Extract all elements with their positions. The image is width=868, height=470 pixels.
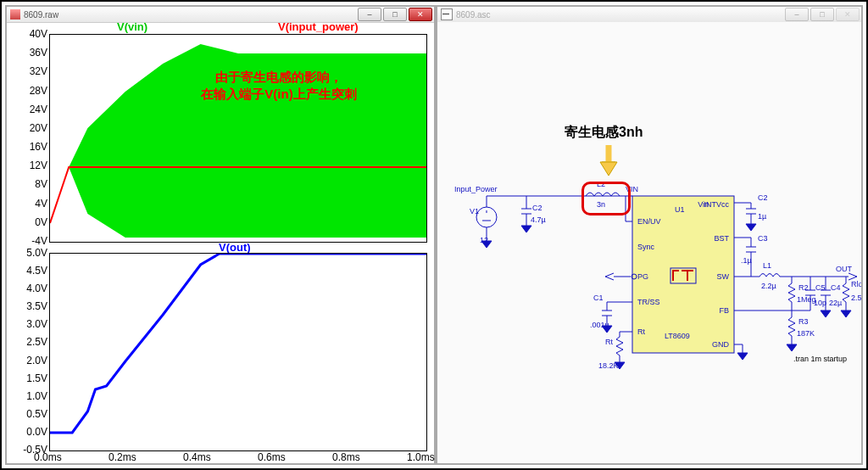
schematic-svg: Input_Power V1 12 C2 4.7µ L2 3n VIN U1 <box>437 22 861 463</box>
plot1-ytick: 24V <box>14 104 47 115</box>
svg-text:10p: 10p <box>814 299 826 307</box>
arrow-icon <box>598 145 619 179</box>
svg-text:TR/SS: TR/SS <box>637 298 660 306</box>
plot1-ytick: 12V <box>14 159 47 171</box>
svg-text:GND: GND <box>712 340 730 349</box>
svg-point-2 <box>476 207 497 227</box>
plot1-annotation: 由于寄生电感的影响，在输入端子V(in)上产生突刺 <box>152 69 406 102</box>
svg-text:2.5: 2.5 <box>851 294 861 302</box>
plot1-ytick: 32V <box>14 65 47 77</box>
plot1-trace1-label[interactable]: V(vin) <box>117 20 147 33</box>
plot2-ytick: 2.0V <box>14 355 47 366</box>
plot1-trace2-label[interactable]: V(input_power) <box>278 20 359 33</box>
plot1-ytick: 16V <box>14 141 47 153</box>
plot2-ytick: 0.5V <box>14 408 47 420</box>
svg-text:C2: C2 <box>532 204 542 212</box>
plot1-svg <box>50 35 426 242</box>
svg-text:.tran 1m startup: .tran 1m startup <box>793 355 847 363</box>
plot1-ytick: 40V <box>14 28 47 40</box>
plot2-ytick: 1.0V <box>14 390 47 402</box>
plot2-ytick: 3.0V <box>14 318 47 330</box>
svg-text:U1: U1 <box>675 205 685 214</box>
svg-text:Rload: Rload <box>851 280 861 288</box>
svg-text:18.2K: 18.2K <box>598 361 619 370</box>
plot2-ytick: 5.0V <box>14 247 47 259</box>
plot2-ytick: 4.5V <box>14 265 47 277</box>
plot2-svg <box>50 254 426 450</box>
svg-text:BST: BST <box>714 234 729 243</box>
plot2-trace-label[interactable]: V(out) <box>219 241 251 254</box>
plot-area: V(vin) V(input_power) 由于寄生电感的影响，在输入端子V(i… <box>7 22 434 463</box>
plot2-ytick: 4.0V <box>14 283 47 294</box>
plot1-ytick: 20V <box>14 122 47 134</box>
plot1-ytick: 28V <box>14 85 47 97</box>
svg-text:Sync: Sync <box>637 243 655 251</box>
highlight-box <box>581 182 631 215</box>
svg-text:SW: SW <box>717 272 730 281</box>
svg-text:V1: V1 <box>470 207 479 215</box>
right-pane: 8609.asc – □ ✕ 寄生电感3nh Input_Power V1 12 <box>436 5 863 465</box>
svg-text:OUT: OUT <box>836 265 853 273</box>
svg-text:C1: C1 <box>593 294 604 302</box>
svg-text:22µ: 22µ <box>829 299 842 307</box>
schematic-area[interactable]: 寄生电感3nh Input_Power V1 12 C2 4.7µ <box>437 22 861 463</box>
svg-text:Rt: Rt <box>637 327 645 336</box>
svg-text:Rt: Rt <box>605 338 613 346</box>
plot1-ytick: 36V <box>14 47 47 59</box>
plot2-ytick: 2.5V <box>14 336 47 348</box>
plot1-ytick: 4V <box>14 198 47 210</box>
close-button[interactable]: ✕ <box>409 8 432 21</box>
right-title: 8609.asc <box>456 10 491 20</box>
maximize-button[interactable]: □ <box>383 8 407 21</box>
svg-text:C2: C2 <box>758 193 768 202</box>
xtick: 0.8ms <box>332 451 360 463</box>
svg-text:C3: C3 <box>758 234 768 243</box>
svg-text:4.7µ: 4.7µ <box>531 215 546 224</box>
svg-text:.001µ: .001µ <box>590 321 609 329</box>
svg-text:FB: FB <box>719 306 729 315</box>
plot2-ytick: 1.5V <box>14 372 47 384</box>
right-titlebar[interactable]: 8609.asc – □ ✕ <box>437 7 861 23</box>
svg-text:187K: 187K <box>797 329 815 338</box>
svg-text:LT8609: LT8609 <box>665 332 690 340</box>
xtick: 1.0ms <box>407 451 435 463</box>
schematic-annotation: 寄生电感3nh <box>565 124 643 142</box>
svg-text:.1µ: .1µ <box>741 256 752 265</box>
svg-text:1µ: 1µ <box>758 212 766 221</box>
xtick: 0.4ms <box>183 451 211 463</box>
svg-text:C4: C4 <box>831 283 841 292</box>
left-titlebar[interactable]: 8609.raw – □ ✕ <box>7 7 434 23</box>
schematic-icon <box>441 8 453 20</box>
plot1-ytick: 0V <box>14 216 47 228</box>
left-title: 8609.raw <box>24 10 58 20</box>
svg-text:PG: PG <box>637 272 648 281</box>
maximize-button[interactable]: □ <box>810 8 834 21</box>
close-button[interactable]: ✕ <box>836 8 860 21</box>
svg-text:R3: R3 <box>798 317 809 326</box>
plot1-ytick: 8V <box>14 178 47 190</box>
svg-text:L1: L1 <box>763 261 771 270</box>
xtick: 0.6ms <box>258 451 286 463</box>
svg-text:EN/UV: EN/UV <box>637 217 661 226</box>
minimize-button[interactable]: – <box>785 8 809 21</box>
plot2[interactable] <box>49 253 427 451</box>
minimize-button[interactable]: – <box>358 8 381 21</box>
plot1-ytick: -4V <box>14 235 47 247</box>
svg-text:INTVcc: INTVcc <box>704 200 729 209</box>
xtick: 0.2ms <box>108 451 136 463</box>
plot2-ytick: 3.5V <box>14 300 47 312</box>
file-icon <box>10 9 20 20</box>
xtick: 0.0ms <box>34 451 62 463</box>
svg-text:Input_Power: Input_Power <box>454 185 498 193</box>
plot2-ytick: 0.0V <box>14 426 47 438</box>
svg-text:2.2µ: 2.2µ <box>761 282 776 290</box>
plot1[interactable]: 由于寄生电感的影响，在输入端子V(in)上产生突刺 <box>49 34 427 243</box>
left-pane: 8609.raw – □ ✕ V(vin) V(input_power) <box>5 5 436 465</box>
